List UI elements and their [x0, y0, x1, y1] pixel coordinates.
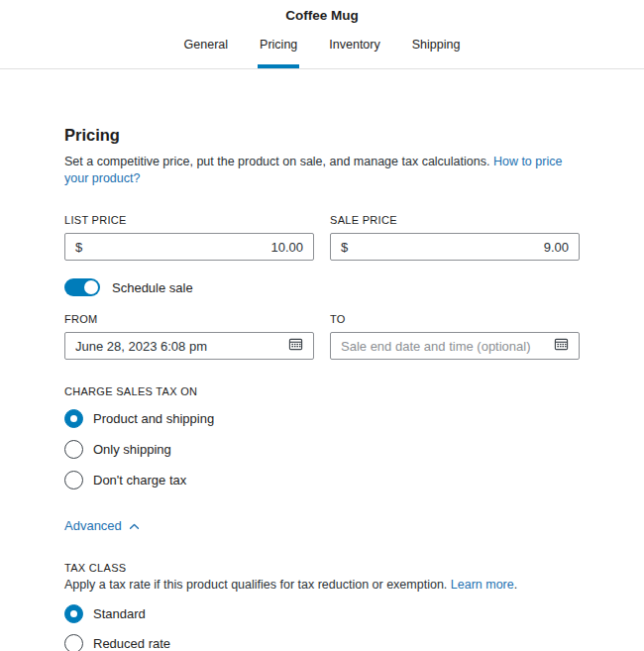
tax-class-options: Standard Reduced rate Zero rate — [64, 604, 580, 651]
tab-general[interactable]: General — [182, 38, 230, 68]
sale-price-label: Sale price — [330, 214, 580, 226]
radio-label: Product and shipping — [93, 411, 214, 426]
sale-price-input[interactable] — [348, 240, 569, 255]
tab-pricing[interactable]: Pricing — [258, 38, 299, 68]
tab-bar: General Pricing Inventory Shipping — [0, 38, 644, 68]
radio-reduced-rate[interactable]: Reduced rate — [64, 634, 580, 651]
charge-tax-label: Charge sales tax on — [64, 385, 580, 397]
to-date-input[interactable] — [341, 339, 546, 354]
advanced-toggle[interactable]: Advanced — [64, 518, 140, 533]
to-calendar-button[interactable] — [546, 337, 569, 355]
sale-price-input-box: $ — [330, 233, 580, 261]
radio-only-shipping[interactable]: Only shipping — [64, 440, 580, 459]
section-description: Set a competitive price, put the product… — [64, 154, 580, 187]
schedule-sale-label: Schedule sale — [112, 280, 193, 295]
sale-price-field-group: Sale price $ — [330, 214, 580, 261]
tax-class-description-suffix: . — [514, 578, 517, 592]
tax-class-label: Tax class — [64, 562, 580, 574]
radio-label: Reduced rate — [93, 636, 170, 651]
to-label: To — [330, 313, 580, 325]
radio-icon — [64, 471, 83, 489]
price-fields: List price $ Sale price $ — [64, 214, 580, 261]
advanced-link-label: Advanced — [64, 518, 122, 533]
sale-date-fields: From To — [64, 313, 580, 360]
list-price-field-group: List price $ — [64, 214, 314, 261]
to-field-group: To — [330, 313, 580, 360]
from-date-input[interactable] — [75, 339, 280, 354]
radio-label: Only shipping — [93, 442, 171, 457]
currency-symbol: $ — [341, 240, 348, 255]
tax-class-description-text: Apply a tax rate if this product qualifi… — [64, 578, 451, 592]
learn-more-link[interactable]: Learn more — [451, 578, 514, 592]
radio-standard[interactable]: Standard — [64, 604, 580, 623]
charge-tax-group: Charge sales tax on Product and shipping… — [64, 385, 580, 489]
radio-icon — [64, 634, 83, 651]
tax-class-description: Apply a tax rate if this product qualifi… — [64, 577, 580, 594]
product-header: Coffee Mug General Pricing Inventory Shi… — [0, 0, 644, 69]
radio-label: Standard — [93, 606, 146, 621]
from-field-group: From — [64, 313, 314, 360]
from-label: From — [64, 313, 314, 325]
pricing-section: Pricing Set a competitive price, put the… — [0, 69, 644, 651]
schedule-sale-toggle[interactable] — [64, 278, 100, 296]
currency-symbol: $ — [75, 240, 82, 255]
list-price-label: List price — [64, 214, 314, 226]
radio-icon — [64, 604, 83, 623]
section-title: Pricing — [64, 126, 580, 145]
section-description-text: Set a competitive price, put the product… — [64, 155, 493, 168]
schedule-sale-row: Schedule sale — [64, 278, 580, 296]
radio-label: Don't charge tax — [93, 473, 186, 488]
calendar-icon — [288, 337, 303, 355]
list-price-input-box: $ — [64, 233, 314, 261]
from-calendar-button[interactable] — [280, 337, 303, 355]
tax-class-group: Tax class Apply a tax rate if this produ… — [64, 562, 580, 651]
tab-inventory[interactable]: Inventory — [327, 38, 381, 68]
to-input-box — [330, 332, 580, 360]
tab-shipping[interactable]: Shipping — [410, 38, 463, 68]
radio-dont-charge-tax[interactable]: Don't charge tax — [64, 471, 580, 489]
from-input-box — [64, 332, 314, 360]
radio-icon — [64, 409, 83, 428]
chevron-up-icon — [129, 518, 140, 533]
radio-icon — [64, 440, 83, 459]
product-title: Coffee Mug — [0, 8, 644, 24]
calendar-icon — [554, 337, 569, 355]
radio-product-and-shipping[interactable]: Product and shipping — [64, 409, 580, 428]
list-price-input[interactable] — [82, 240, 303, 255]
